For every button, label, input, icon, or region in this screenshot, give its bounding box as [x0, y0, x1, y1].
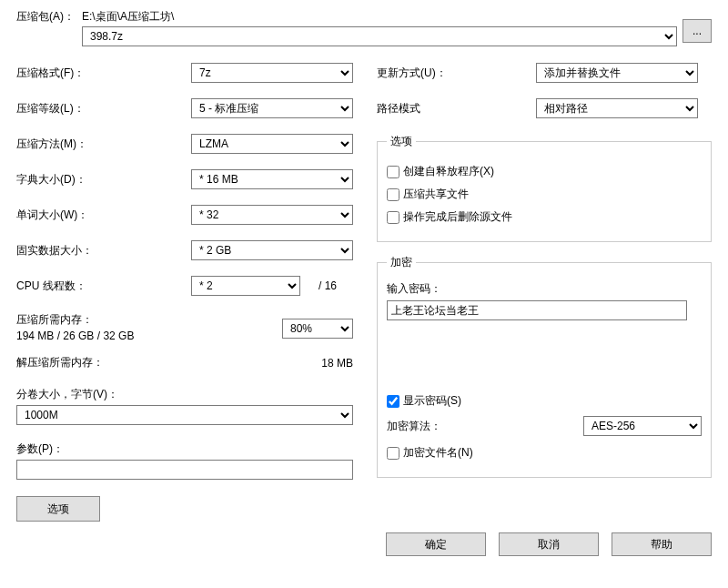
param-label: 参数(P)： — [16, 442, 64, 455]
encrypt-names-label: 加密文件名(N) — [403, 445, 473, 461]
enc-algo-select[interactable]: AES-256 — [583, 416, 702, 436]
cpu-label: CPU 线程数： — [16, 279, 191, 294]
dict-label: 字典大小(D)： — [16, 172, 191, 188]
browse-button[interactable]: ... — [682, 19, 712, 43]
mem-percent-select[interactable]: 80% — [282, 319, 353, 339]
archive-filename-select[interactable]: 398.7z — [82, 26, 677, 46]
decomp-label: 解压缩所需内存： — [16, 355, 321, 370]
method-select[interactable]: LZMA — [191, 134, 353, 154]
password-label: 输入密码： — [387, 282, 441, 295]
update-label: 更新方式(U)： — [377, 66, 536, 81]
word-select[interactable]: * 32 — [191, 205, 353, 225]
word-label: 单词大小(W)： — [16, 208, 191, 223]
show-password-label: 显示密码(S) — [403, 393, 461, 409]
archive-label: 压缩包(A)： — [16, 9, 82, 25]
param-input[interactable] — [16, 460, 353, 480]
level-select[interactable]: 5 - 标准压缩 — [191, 98, 353, 118]
method-label: 压缩方法(M)： — [16, 137, 191, 152]
help-button[interactable]: 帮助 — [612, 532, 712, 556]
update-select[interactable]: 添加并替换文件 — [536, 63, 698, 83]
cancel-button[interactable]: 取消 — [499, 532, 599, 556]
pathmode-select[interactable]: 相对路径 — [536, 98, 698, 118]
level-label: 压缩等级(L)： — [16, 101, 191, 117]
shared-checkbox[interactable] — [387, 188, 399, 201]
pathmode-label: 路径模式 — [377, 101, 536, 117]
password-input[interactable] — [387, 300, 687, 320]
mem-label: 压缩所需内存： — [16, 311, 282, 328]
encrypt-names-checkbox[interactable] — [387, 447, 399, 460]
volume-label: 分卷大小，字节(V)： — [16, 388, 118, 400]
cpu-select[interactable]: * 2 — [191, 276, 300, 296]
sfx-checkbox[interactable] — [387, 166, 399, 178]
enc-algo-label: 加密算法： — [387, 419, 583, 434]
archive-path: E:\桌面\A压缩工坊\ — [82, 9, 174, 25]
encryption-fieldset: 加密 输入密码： 显示密码(S) 加密算法： AES-256 — [377, 255, 712, 478]
options-button[interactable]: 选项 — [16, 496, 100, 522]
delete-checkbox[interactable] — [387, 211, 399, 224]
options-legend: 选项 — [387, 134, 416, 149]
cpu-total: / 16 — [318, 279, 337, 292]
dict-select[interactable]: * 16 MB — [191, 169, 353, 189]
options-fieldset: 选项 创建自释放程序(X) 压缩共享文件 操作完成后删除源文件 — [377, 134, 712, 242]
ok-button[interactable]: 确定 — [386, 532, 486, 556]
sfx-label: 创建自释放程序(X) — [403, 164, 494, 179]
solid-label: 固实数据大小： — [16, 243, 191, 259]
show-password-checkbox[interactable] — [387, 395, 399, 408]
solid-select[interactable]: * 2 GB — [191, 240, 353, 260]
shared-label: 压缩共享文件 — [403, 187, 469, 202]
delete-label: 操作完成后删除源文件 — [403, 209, 512, 225]
mem-value: 194 MB / 26 GB / 32 GB — [16, 328, 282, 344]
volume-select[interactable]: 1000M — [16, 405, 353, 425]
format-label: 压缩格式(F)： — [16, 66, 191, 81]
decomp-value: 18 MB — [321, 357, 353, 370]
encryption-legend: 加密 — [387, 255, 416, 270]
format-select[interactable]: 7z — [191, 63, 353, 83]
